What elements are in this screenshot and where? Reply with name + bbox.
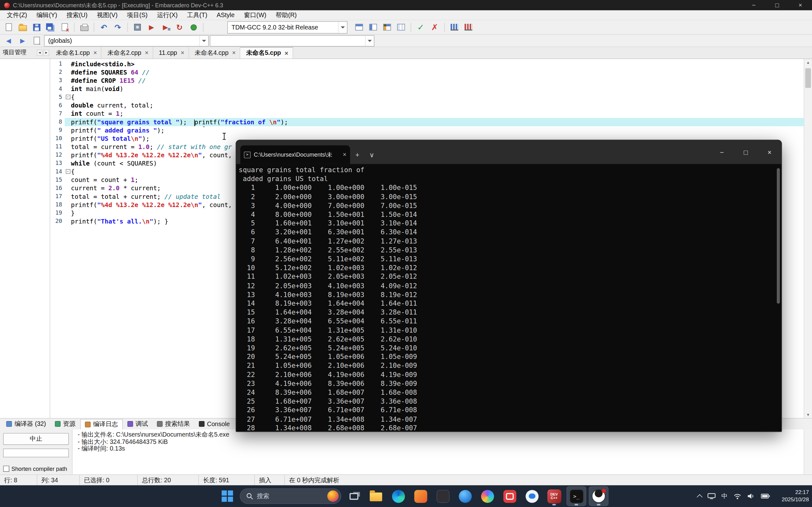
file-tab-4[interactable]: 未命名4.cpp× — [189, 47, 241, 58]
profile-analysis-button[interactable] — [448, 21, 461, 33]
menu-item-6[interactable]: 工具(T) — [182, 10, 212, 20]
bottom-tab-resources[interactable]: 资源 — [50, 419, 79, 429]
redo-button[interactable]: ↷ — [111, 21, 124, 33]
taskbar-clock[interactable]: 22:17 2025/10/28 — [776, 489, 809, 503]
code-line-9[interactable]: 9printf(" added grains "); — [50, 126, 804, 134]
print-button[interactable] — [78, 21, 91, 33]
window-layout-1-button[interactable] — [353, 21, 365, 33]
code-line-5[interactable]: 5-{ — [50, 93, 804, 102]
fold-collapse-icon[interactable]: - — [65, 169, 70, 174]
tab-close-icon[interactable]: × — [285, 50, 288, 57]
compile-run-button[interactable]: ▶ — [159, 21, 172, 33]
taskbar-search-box[interactable]: 搜索 — [240, 488, 342, 504]
window-layout-4-button[interactable] — [395, 21, 408, 33]
file-tab-2[interactable]: 未命名2.cpp× — [102, 47, 153, 58]
dark-app-button[interactable] — [433, 487, 453, 506]
tab-close-icon[interactable]: × — [181, 49, 184, 56]
syntax-check-button[interactable]: ✓ — [414, 21, 427, 33]
debug-button[interactable] — [187, 21, 200, 33]
scroll-left-icon[interactable]: ◂ — [37, 50, 43, 56]
compiler-select[interactable]: TDM-GCC 9.2.0 32-bit Release — [227, 21, 348, 33]
ime-indicator[interactable]: 中 — [721, 492, 727, 501]
red-app-button[interactable] — [500, 487, 519, 506]
task-view-button[interactable] — [344, 487, 364, 506]
menu-item-8[interactable]: 窗口(W) — [239, 10, 271, 20]
new-file-button[interactable] — [2, 21, 15, 33]
profiling-log-button[interactable] — [462, 21, 475, 33]
bottom-tab-compile-log[interactable]: 编译日志 — [80, 419, 122, 429]
chevron-down-icon[interactable] — [199, 36, 208, 46]
qq-taskbar-button[interactable] — [589, 487, 609, 506]
tab-close-icon[interactable]: × — [145, 49, 149, 56]
menu-item-9[interactable]: 帮助(R) — [271, 10, 301, 20]
battery-icon[interactable] — [761, 494, 770, 499]
terminal-taskbar-button[interactable]: >_ — [566, 487, 586, 506]
bottom-tab-compiler[interactable]: 编译器 (32) — [2, 419, 50, 429]
menu-item-0[interactable]: 文件(Z) — [2, 10, 32, 20]
menu-item-3[interactable]: 视图(V) — [92, 10, 122, 20]
start-button[interactable] — [217, 487, 237, 506]
menu-item-5[interactable]: 运行(X) — [152, 10, 183, 20]
devcpp-taskbar-button[interactable]: DEV C++ — [544, 487, 564, 506]
undo-button[interactable]: ↶ — [97, 21, 110, 33]
chevron-up-icon[interactable] — [697, 494, 703, 500]
scroll-up-icon[interactable]: ▲ — [806, 59, 810, 66]
tab-close-icon[interactable]: × — [232, 49, 236, 56]
volume-icon[interactable] — [747, 493, 755, 499]
maximize-button[interactable]: □ — [765, 0, 789, 10]
minimize-button[interactable]: − — [742, 0, 765, 10]
file-explorer-button[interactable] — [366, 487, 386, 506]
goto-declaration-button[interactable] — [30, 35, 43, 47]
colorful-app-button[interactable] — [477, 487, 497, 506]
new-tab-button[interactable]: + — [350, 145, 365, 164]
console-maximize-button[interactable]: □ — [734, 140, 758, 164]
back-button[interactable]: ◀ — [2, 35, 15, 47]
member-select[interactable] — [210, 35, 374, 46]
scrollbar-thumb[interactable] — [805, 68, 811, 88]
code-line-7[interactable]: 7int count = 1; — [50, 110, 804, 118]
file-tab-5[interactable]: 未命名5.cpp× — [241, 47, 293, 58]
console-tab[interactable]: > C:\Users\nursex\Documents\未 × — [240, 145, 350, 164]
edge-button[interactable] — [389, 487, 408, 506]
menu-item-4[interactable]: 项目(S) — [122, 10, 152, 20]
menu-item-7[interactable]: AStyle — [212, 10, 239, 20]
bottom-tab-search-results[interactable]: 搜索结果 — [153, 419, 194, 429]
code-line-6[interactable]: 6double current, total; — [50, 102, 804, 110]
orange-app-button[interactable] — [411, 487, 430, 506]
display-device-icon[interactable] — [707, 493, 716, 499]
search-highlight-icon[interactable] — [327, 491, 339, 502]
rebuild-all-button[interactable]: ↻ — [173, 21, 186, 33]
tab-dropdown-button[interactable]: ∨ — [365, 145, 379, 164]
save-all-button[interactable] — [44, 21, 57, 33]
chat-app-button[interactable] — [522, 487, 542, 506]
bottom-tab-debug[interactable]: 调试 — [123, 419, 152, 429]
abort-button[interactable]: 中止 — [3, 433, 69, 445]
console-body[interactable]: square grains total fraction of added gr… — [236, 164, 781, 432]
chevron-down-icon[interactable] — [338, 21, 347, 33]
compile-button[interactable] — [131, 21, 144, 33]
code-line-8[interactable]: 8printf("square grains total "); printf(… — [50, 118, 804, 126]
code-line-1[interactable]: 1#include<stdio.h> — [50, 60, 804, 68]
editor-scrollbar[interactable]: ▲ ▼ — [804, 59, 812, 418]
console-scrollbar-thumb[interactable] — [777, 168, 780, 303]
blue-app-button[interactable] — [455, 487, 475, 506]
close-button[interactable]: × — [789, 0, 812, 10]
wifi-icon[interactable] — [733, 493, 742, 499]
chevron-down-icon[interactable] — [365, 36, 374, 46]
console-minimize-button[interactable]: − — [710, 140, 733, 164]
scroll-right-icon[interactable]: ▸ — [44, 50, 49, 56]
checkbox-icon[interactable] — [3, 465, 9, 472]
save-button[interactable] — [30, 21, 43, 33]
fold-collapse-icon[interactable]: - — [65, 95, 70, 100]
tab-close-icon[interactable]: × — [93, 49, 97, 56]
menu-item-2[interactable]: 搜索(U) — [62, 10, 92, 20]
console-window[interactable]: > C:\Users\nursex\Documents\未 × + ∨ − □ … — [236, 140, 782, 432]
code-line-4[interactable]: 4int main(void) — [50, 85, 804, 93]
globals-select[interactable]: (globals) — [44, 35, 209, 46]
bottom-tab-console[interactable]: Console — [195, 419, 234, 429]
code-line-3[interactable]: 3#define CROP 1E15 // — [50, 76, 804, 84]
code-line-2[interactable]: 2#define SQUARES 64 // — [50, 68, 804, 76]
console-title-bar[interactable]: > C:\Users\nursex\Documents\未 × + ∨ − □ … — [236, 140, 781, 164]
close-file-button[interactable] — [58, 21, 71, 33]
tab-close-icon[interactable]: × — [343, 151, 346, 158]
